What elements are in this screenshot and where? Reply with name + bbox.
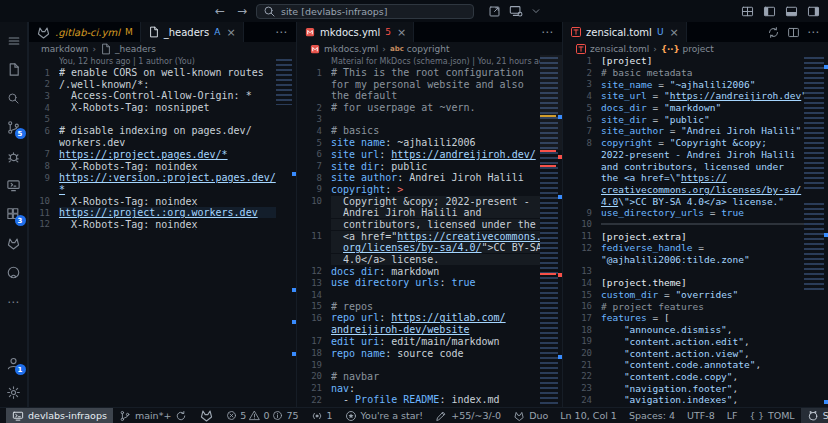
tab-zensical.toml[interactable]: zensical.tomlU×	[563, 22, 687, 42]
code-line[interactable]: 22 - Profile README: index.md	[297, 394, 562, 406]
open-window-icon[interactable]	[488, 5, 501, 18]
split-icon[interactable]	[787, 26, 800, 39]
code-line[interactable]: 5site_name: ~ajhalili2006	[297, 137, 562, 149]
command-center[interactable]: site [devlabs-infraops]	[256, 4, 474, 19]
tab-mkdocs.yml[interactable]: mkdocs.yml5×	[297, 22, 414, 42]
back-button[interactable]: ←	[212, 4, 228, 18]
status-github-signin[interactable]: Signed out	[801, 408, 828, 423]
code-line[interactable]: 8site_author: Andrei Jiroh Halili	[297, 172, 562, 184]
activity-item-account[interactable]: 1	[0, 349, 28, 378]
code-line[interactable]: 23 - Meta:	[297, 406, 562, 407]
code-line[interactable]: 19 "content.action.edit",	[563, 336, 828, 348]
code-line[interactable]: 4 X-Robots-Tag: nosnippet	[29, 102, 296, 114]
code-line[interactable]: Andrei Jiroh Halili and	[297, 207, 562, 219]
code-line[interactable]: 16repo_url: https://gitlab.com/	[297, 312, 562, 324]
open-changes-icon[interactable]	[767, 26, 780, 39]
close-icon[interactable]: ×	[669, 26, 678, 39]
code-line[interactable]: 12docs_dir: markdown	[297, 265, 562, 277]
remote-menu-icon[interactable]	[509, 4, 523, 18]
activity-item-gitlab[interactable]	[0, 229, 28, 258]
activity-item-extensions[interactable]: 3	[0, 200, 28, 229]
status-encoding[interactable]: UTF-8	[681, 408, 721, 423]
breadcrumb[interactable]: zensical.toml›{··}project	[563, 42, 828, 55]
code-line[interactable]: 10	[563, 219, 828, 231]
code-line[interactable]: the default	[297, 90, 562, 102]
close-icon[interactable]: ×	[226, 26, 235, 39]
code-line[interactable]: 6site_url: https://andreijiroh.dev/	[297, 149, 562, 161]
activity-item-debug[interactable]	[0, 142, 28, 171]
code-line[interactable]: org/licenses/by-sa/4.0/">CC BY-SA	[297, 242, 562, 254]
panel-left-icon[interactable]	[763, 5, 776, 18]
code-line[interactable]: andreijiroh-dev/website	[297, 324, 562, 336]
status-gitlab-status[interactable]	[193, 408, 220, 423]
code-line[interactable]: 4site_url = "https://andreijiroh.dev"	[563, 90, 828, 102]
breadcrumb-item[interactable]: _headers	[100, 43, 156, 55]
code-line[interactable]: creativecommons.org/licenses/by-sa/	[563, 184, 828, 196]
code-line[interactable]: 7site_author = "Andrei Jiroh Halili"	[563, 125, 828, 137]
code-line[interactable]: 7https://:project.pages.dev/*	[29, 149, 296, 161]
code-line[interactable]: 23 "navigation.footer",	[563, 382, 828, 394]
code-line[interactable]: 3 Access-Control-Allow-Origin: *	[29, 90, 296, 102]
code-line[interactable]: 15# repos	[297, 300, 562, 312]
code-line[interactable]: 19	[297, 359, 562, 371]
code-line[interactable]: 21 "content.code.annotate",	[563, 359, 828, 371]
status-gitlab-star[interactable]: You're a star!	[339, 408, 430, 423]
breadcrumb-item[interactable]: markdown	[41, 44, 88, 54]
code-line[interactable]: 13use_directory_urls: true	[297, 277, 562, 289]
code-line[interactable]: 7site_dir: public	[297, 160, 562, 172]
code-line[interactable]: 20# navbar	[297, 371, 562, 383]
minimap[interactable]	[804, 55, 828, 407]
code-line[interactable]: 10 Copyright &copy; 2022-present -	[297, 195, 562, 207]
breadcrumb[interactable]: markdown›_headers	[29, 42, 296, 55]
code-line[interactable]: 3	[297, 113, 562, 125]
code-line[interactable]: 15custom_dir = "overrides"	[563, 289, 828, 301]
panel-bottom-icon[interactable]	[785, 5, 798, 18]
code-line[interactable]: and contributors, licensed under	[563, 160, 828, 172]
code-line[interactable]: 18 "announce.dismiss",	[563, 324, 828, 336]
activity-item-source-control[interactable]: 5	[0, 113, 28, 142]
code-line[interactable]: 6site_dir = "public"	[563, 113, 828, 125]
status-problems[interactable]: 5075	[220, 408, 304, 423]
breadcrumb-item[interactable]: abccopyright	[390, 44, 450, 54]
code-line[interactable]: 10 X-Robots-Tag: noindex	[29, 195, 296, 207]
code-editor[interactable]: Material for MkDocs (schema.json) | You,…	[297, 55, 562, 407]
code-line[interactable]: 22 "content.code.copy",	[563, 371, 828, 383]
code-line[interactable]: 12fediverse_handle =	[563, 242, 828, 254]
code-line[interactable]: 13	[563, 265, 828, 277]
activity-item-github[interactable]	[0, 258, 28, 287]
code-line[interactable]: 5docs_dir = "markdown"	[563, 102, 828, 114]
status-mr-changes[interactable]: +55/~3/-0	[429, 408, 507, 423]
code-editor[interactable]: You, 12 hours ago | 1 author (You)1# ena…	[29, 55, 296, 407]
code-line[interactable]: 11[project.extra]	[563, 230, 828, 242]
code-line[interactable]: 24 "avigation.indexes",	[563, 394, 828, 406]
status-git-branch[interactable]: main*+	[113, 408, 193, 423]
tab-_headers[interactable]: _headersA×	[141, 22, 244, 42]
code-line[interactable]: "@ajhalili2006:tilde.zone"	[563, 254, 828, 266]
code-line[interactable]: 8copyright = "Copyright &copy;	[563, 137, 828, 149]
code-line[interactable]: *	[29, 184, 296, 196]
code-line[interactable]: contributors, licensed under the	[297, 219, 562, 231]
activity-item-remote-explorer[interactable]	[0, 171, 28, 200]
code-line[interactable]: 1# enable CORS on well-known routes	[29, 67, 296, 79]
activity-item-more[interactable]: ⋯	[0, 287, 28, 316]
code-line[interactable]: 4.0\">CC BY-SA 4.0</a> license."	[563, 195, 828, 207]
chevron-down-icon[interactable]	[531, 6, 541, 16]
code-line[interactable]: 17features = [	[563, 312, 828, 324]
breadcrumb-item[interactable]: zensical.toml	[575, 43, 649, 55]
activity-item-gear[interactable]	[0, 378, 28, 407]
code-line[interactable]: 3site_name = "~ajhalili2006"	[563, 78, 828, 90]
code-line[interactable]: 21nav:	[297, 382, 562, 394]
minimap[interactable]	[540, 55, 562, 407]
code-line[interactable]: 4.0</a> license.	[297, 254, 562, 266]
code-line[interactable]: You, 12 hours ago | 1 author (You)	[29, 55, 296, 67]
activity-item-search[interactable]	[0, 84, 28, 113]
code-line[interactable]: 9https://:version.:project.pages.dev/	[29, 172, 296, 184]
code-line[interactable]: 17edit_uri: edit/main/markdown	[297, 336, 562, 348]
activity-item-menu[interactable]	[0, 26, 28, 55]
layout-icon[interactable]	[741, 5, 754, 18]
code-line[interactable]: 8 X-Robots-Tag: noindex	[29, 160, 296, 172]
code-line[interactable]: 9use_directory_urls = true	[563, 207, 828, 219]
code-line[interactable]: 4# basics	[297, 125, 562, 137]
code-line[interactable]: workers.dev	[29, 137, 296, 149]
panel-right-icon[interactable]	[807, 5, 820, 18]
